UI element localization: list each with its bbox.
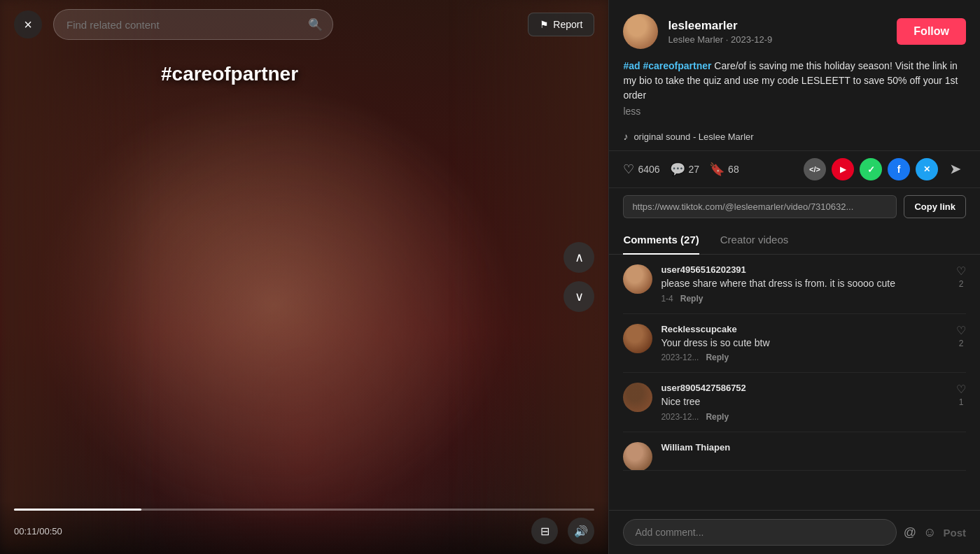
nav-arrows: ∧ ∨ (564, 242, 594, 312)
comment-meta: 2023-12... Reply (661, 412, 948, 422)
avatar (623, 14, 658, 49)
creator-info: lesleemarler Leslee Marler · 2023-12-9 (668, 19, 887, 45)
creator-date: 2023-12-9 (731, 34, 772, 45)
comment-like: ♡ 1 (956, 383, 966, 407)
avatar (623, 264, 652, 294)
search-icon: 🔍 (308, 17, 323, 32)
comment-text: Nice tree (661, 395, 948, 409)
right-panel: lesleemarler Leslee Marler · 2023-12-9 F… (609, 0, 980, 554)
more-share-button[interactable]: ➤ (944, 158, 966, 180)
comment-username: William Thiapen (661, 442, 966, 453)
share-icons: </> ▶ ✓ f ✕ ➤ (804, 158, 966, 180)
avatar-image (623, 14, 658, 49)
creator-header: lesleemarler Leslee Marler · 2023-12-9 F… (609, 0, 980, 59)
facebook-share-button[interactable]: f (888, 158, 910, 180)
current-time: 00:11 (14, 526, 37, 537)
like-icon[interactable]: ♡ (956, 324, 966, 337)
video-section: × 🔍 ⚑ Report #careofpartner ∧ ∨ 00:11/00… (0, 0, 608, 554)
whatsapp-share-button[interactable]: ✓ (860, 158, 882, 180)
comment-reply-button[interactable]: Reply (706, 412, 729, 422)
comment-content: user8905427586752 Nice tree 2023-12... R… (661, 383, 948, 422)
comment-item: Recklesscupcake Your dress is so cute bt… (623, 314, 966, 374)
comment-username: user8905427586752 (661, 383, 948, 393)
like-icon[interactable]: ♡ (956, 264, 966, 278)
time-display: 00:11/00:50 (14, 526, 62, 537)
comment-meta: 2023-12... Reply (661, 353, 948, 362)
follow-button[interactable]: Follow (897, 18, 966, 45)
embed-button[interactable]: </> (804, 158, 826, 180)
comment-input[interactable] (623, 519, 896, 546)
comment-date: 2023-12... (661, 353, 699, 362)
controls-row: 00:11/00:50 ⊟ 🔊 (14, 518, 594, 544)
comments-count: 27 (689, 164, 700, 175)
tab-creator-videos[interactable]: Creator videos (720, 225, 789, 254)
engagement-row: ♡ 6406 💬 27 🔖 68 </> ▶ ✓ f ✕ ➤ (609, 150, 980, 188)
caption-text: #ad #careofpartner Care/of is saving me … (623, 59, 966, 103)
comment-content: Recklesscupcake Your dress is so cute bt… (661, 324, 948, 363)
comment-icon: 💬 (670, 162, 685, 177)
video-controls: 00:11/00:50 ⊟ 🔊 (0, 500, 608, 554)
tab-comments[interactable]: Comments (27) (623, 225, 699, 254)
comment-content: user4956516202391 please share where tha… (661, 264, 948, 304)
comment-item: user8905427586752 Nice tree 2023-12... R… (623, 373, 966, 432)
sound-row: ♪ original sound - Leslee Marler (609, 127, 980, 150)
music-icon: ♪ (623, 131, 628, 142)
sound-label[interactable]: original sound - Leslee Marler (634, 132, 753, 142)
heart-icon: ♡ (623, 162, 634, 177)
at-mention-button[interactable]: @ (904, 525, 916, 540)
comment-date: 1-4 (661, 294, 673, 304)
bookmarks-button[interactable]: 🔖 68 (709, 162, 739, 177)
bookmark-icon: 🔖 (709, 162, 724, 177)
comments-area[interactable]: user4956516202391 please share where tha… (609, 255, 980, 510)
comment-meta: 1-4 Reply (661, 294, 948, 304)
captions-button[interactable]: ⊟ (531, 518, 558, 544)
copy-link-button[interactable]: Copy link (904, 195, 966, 218)
comments-button[interactable]: 💬 27 (670, 162, 700, 177)
emoji-button[interactable]: ☺ (923, 525, 936, 540)
top-bar: × 🔍 ⚑ Report (0, 0, 608, 49)
hashtag-ad[interactable]: #ad (623, 60, 640, 71)
twitter-share-button[interactable]: ✕ (916, 158, 938, 180)
comment-username: user4956516202391 (661, 264, 948, 275)
post-comment-button[interactable]: Post (943, 527, 966, 539)
next-video-button[interactable]: ∨ (564, 281, 594, 312)
likes-count: 6406 (638, 164, 659, 175)
likes-button[interactable]: ♡ 6406 (623, 162, 659, 177)
like-icon[interactable]: ♡ (956, 383, 966, 396)
pdd-share-button[interactable]: ▶ (832, 158, 854, 180)
progress-fill (14, 509, 141, 511)
comment-like: ♡ 2 (956, 324, 966, 348)
like-count: 2 (959, 339, 964, 348)
like-count: 1 (959, 397, 964, 407)
url-display: https://www.tiktok.com/@lesleemarler/vid… (623, 195, 897, 218)
flag-icon: ⚑ (540, 19, 549, 30)
like-count: 2 (959, 279, 964, 289)
comment-username: Recklesscupcake (661, 324, 948, 334)
close-button[interactable]: × (14, 10, 42, 38)
search-input[interactable] (66, 19, 302, 31)
search-bar[interactable]: 🔍 (53, 9, 333, 40)
report-button[interactable]: ⚑ Report (528, 13, 594, 36)
volume-button[interactable]: 🔊 (568, 518, 594, 544)
avatar (623, 324, 652, 353)
control-buttons: ⊟ 🔊 (531, 518, 594, 544)
caption-area: #ad #careofpartner Care/of is saving me … (609, 59, 980, 127)
creator-username: lesleemarler (668, 19, 887, 33)
comment-reply-button[interactable]: Reply (706, 353, 729, 362)
comment-content: William Thiapen (661, 442, 966, 455)
video-hashtag: #careofpartner (161, 63, 298, 85)
progress-bar[interactable] (14, 509, 594, 511)
prev-video-button[interactable]: ∧ (564, 242, 594, 273)
creator-display-name: Leslee Marler (668, 34, 723, 45)
captions-icon: ⊟ (540, 525, 550, 538)
tabs-row: Comments (27) Creator videos (609, 225, 980, 255)
comment-item: user4956516202391 please share where tha… (623, 255, 966, 314)
hashtag-careofpartner[interactable]: #careofpartner (643, 60, 711, 71)
volume-icon: 🔊 (574, 525, 588, 538)
bookmarks-count: 68 (728, 164, 739, 175)
comment-actions: @ ☺ Post (904, 525, 966, 540)
avatar (623, 442, 652, 471)
comment-date: 2023-12... (661, 412, 699, 422)
less-button[interactable]: less (623, 103, 640, 120)
comment-reply-button[interactable]: Reply (680, 294, 704, 304)
